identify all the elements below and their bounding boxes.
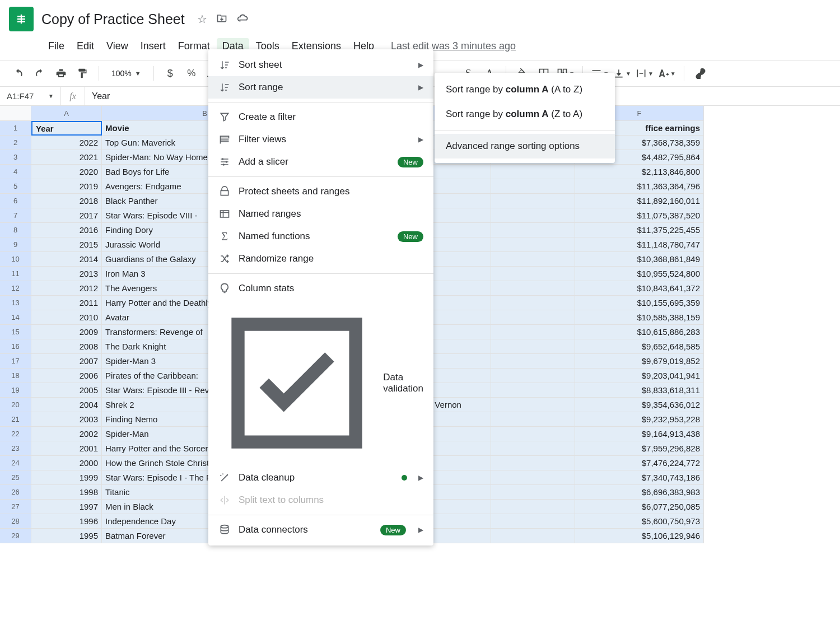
menu-data-cleanup[interactable]: Data cleanup ▶ xyxy=(208,467,433,489)
cell[interactable]: $2,113,846,800 xyxy=(575,165,704,179)
menu-insert[interactable]: Insert xyxy=(135,38,171,54)
row-header[interactable]: 28 xyxy=(0,514,31,529)
cell[interactable]: $9,652,648,585 xyxy=(575,339,704,354)
cell[interactable]: Year xyxy=(31,121,102,136)
menu-named-ranges[interactable]: Named ranges xyxy=(208,203,433,225)
currency-button[interactable]: $ xyxy=(162,65,179,82)
row-header[interactable]: 15 xyxy=(0,325,31,339)
menu-protect-sheets[interactable]: Protect sheets and ranges xyxy=(208,180,433,203)
row-header[interactable]: 7 xyxy=(0,208,31,223)
menu-randomize-range[interactable]: Randomize range xyxy=(208,248,433,270)
sheets-logo[interactable] xyxy=(9,7,34,31)
row-header[interactable]: 3 xyxy=(0,150,31,165)
cell[interactable] xyxy=(491,179,575,194)
cell[interactable] xyxy=(491,237,575,252)
menu-edit[interactable]: Edit xyxy=(71,38,100,54)
menu-column-stats[interactable]: Column stats xyxy=(208,277,433,300)
cell[interactable] xyxy=(491,529,575,543)
cell-reference[interactable]: A1:F47▼ xyxy=(0,91,60,101)
cell[interactable]: 2016 xyxy=(31,223,102,237)
cell[interactable]: $7,340,743,186 xyxy=(575,470,704,485)
row-header[interactable]: 27 xyxy=(0,500,31,514)
cell[interactable] xyxy=(491,223,575,237)
menu-add-slicer[interactable]: Add a slicer New xyxy=(208,151,433,173)
menu-create-filter[interactable]: Create a filter xyxy=(208,106,433,128)
cell[interactable] xyxy=(491,267,575,281)
cell[interactable] xyxy=(491,500,575,514)
cell[interactable]: $8,833,618,311 xyxy=(575,383,704,398)
cell[interactable]: $11,892,160,011 xyxy=(575,194,704,208)
cell[interactable] xyxy=(491,441,575,456)
cell[interactable]: $7,959,296,828 xyxy=(575,441,704,456)
cell[interactable] xyxy=(491,252,575,267)
cell[interactable]: $9,354,636,012 xyxy=(575,398,704,412)
cloud-icon[interactable] xyxy=(236,12,249,27)
cell[interactable]: 2007 xyxy=(31,354,102,369)
redo-button[interactable] xyxy=(31,65,48,82)
vertical-align-button[interactable]: ▼ xyxy=(613,65,631,82)
row-header[interactable]: 13 xyxy=(0,296,31,310)
menu-data-connectors[interactable]: Data connectors New ▶ xyxy=(208,519,433,541)
cell[interactable] xyxy=(491,325,575,339)
cell[interactable]: 2012 xyxy=(31,281,102,296)
cell[interactable]: $10,843,641,372 xyxy=(575,281,704,296)
cell[interactable]: $10,955,524,800 xyxy=(575,267,704,281)
move-icon[interactable] xyxy=(216,12,227,26)
select-all-corner[interactable] xyxy=(0,106,31,121)
menu-named-functions[interactable]: Σ Named functions New xyxy=(208,225,433,248)
insert-link-button[interactable] xyxy=(692,65,709,82)
cell[interactable]: 2015 xyxy=(31,237,102,252)
cell[interactable]: 2018 xyxy=(31,194,102,208)
percent-button[interactable]: % xyxy=(183,65,200,82)
menu-filter-views[interactable]: Filter views ▶ xyxy=(208,128,433,151)
row-header[interactable]: 21 xyxy=(0,412,31,427)
cell[interactable] xyxy=(491,281,575,296)
cell[interactable]: 2001 xyxy=(31,441,102,456)
row-header[interactable]: 24 xyxy=(0,456,31,470)
col-header-A[interactable]: A xyxy=(31,106,102,121)
cell[interactable]: $11,075,387,520 xyxy=(575,208,704,223)
row-header[interactable]: 11 xyxy=(0,267,31,281)
row-header[interactable]: 10 xyxy=(0,252,31,267)
cell[interactable]: 2008 xyxy=(31,339,102,354)
cell[interactable]: $6,077,250,085 xyxy=(575,500,704,514)
row-header[interactable]: 9 xyxy=(0,237,31,252)
cell[interactable] xyxy=(491,398,575,412)
cell[interactable]: $10,585,388,159 xyxy=(575,310,704,325)
cell[interactable] xyxy=(491,485,575,500)
row-header[interactable]: 29 xyxy=(0,529,31,543)
cell[interactable]: $11,363,364,796 xyxy=(575,179,704,194)
cell[interactable]: 1998 xyxy=(31,485,102,500)
cell[interactable]: $6,696,383,983 xyxy=(575,485,704,500)
row-header[interactable]: 6 xyxy=(0,194,31,208)
cell[interactable]: 2003 xyxy=(31,412,102,427)
text-wrap-button[interactable]: ▼ xyxy=(636,65,654,82)
cell[interactable]: 2004 xyxy=(31,398,102,412)
cell[interactable]: 2013 xyxy=(31,267,102,281)
cell[interactable]: $11,375,225,455 xyxy=(575,223,704,237)
zoom-select[interactable]: 100%▼ xyxy=(107,69,146,78)
menu-view[interactable]: View xyxy=(101,38,134,54)
row-header[interactable]: 1 xyxy=(0,121,31,136)
paint-format-button[interactable] xyxy=(74,65,91,82)
cell[interactable]: 2006 xyxy=(31,369,102,383)
sort-range-za[interactable]: Sort range by column A (Z to A) xyxy=(435,102,615,127)
cell[interactable]: 2021 xyxy=(31,150,102,165)
cell[interactable] xyxy=(491,369,575,383)
cell[interactable]: $5,106,129,946 xyxy=(575,529,704,543)
menu-sort-range[interactable]: Sort range ▶ xyxy=(208,76,433,99)
cell[interactable] xyxy=(491,514,575,529)
cell[interactable] xyxy=(491,383,575,398)
row-header[interactable]: 18 xyxy=(0,369,31,383)
doc-title[interactable]: Copy of Practice Sheet xyxy=(41,11,185,27)
row-header[interactable]: 16 xyxy=(0,339,31,354)
cell[interactable]: $10,615,886,283 xyxy=(575,325,704,339)
row-header[interactable]: 8 xyxy=(0,223,31,237)
cell[interactable]: 2009 xyxy=(31,325,102,339)
cell[interactable] xyxy=(491,310,575,325)
row-header[interactable]: 26 xyxy=(0,485,31,500)
undo-button[interactable] xyxy=(10,65,27,82)
cell[interactable]: 2010 xyxy=(31,310,102,325)
cell[interactable] xyxy=(491,427,575,441)
cell[interactable]: $5,600,750,973 xyxy=(575,514,704,529)
